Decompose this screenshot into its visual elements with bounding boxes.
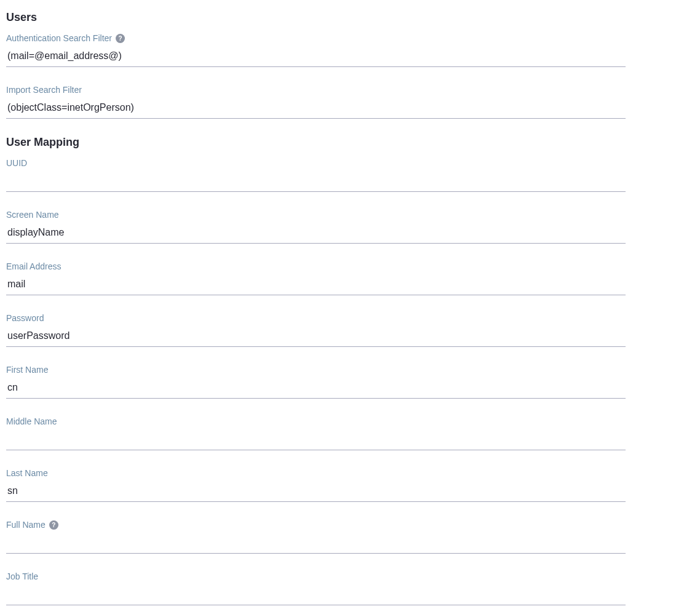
help-icon[interactable]: ? bbox=[49, 520, 58, 530]
last-name-label: Last Name bbox=[6, 468, 48, 478]
screen-name-input[interactable] bbox=[6, 223, 626, 244]
auth-search-filter-label-text: Authentication Search Filter bbox=[6, 33, 112, 43]
auth-search-filter-input[interactable] bbox=[6, 47, 626, 67]
email-address-input[interactable] bbox=[6, 275, 626, 295]
middle-name-label: Middle Name bbox=[6, 416, 57, 426]
uuid-input[interactable] bbox=[6, 172, 626, 192]
auth-search-filter-field: Authentication Search Filter ? bbox=[6, 33, 694, 67]
import-search-filter-label-text: Import Search Filter bbox=[6, 85, 82, 95]
user-mapping-heading: User Mapping bbox=[6, 136, 694, 149]
job-title-field: Job Title bbox=[6, 571, 694, 605]
uuid-field: UUID bbox=[6, 157, 694, 192]
import-search-filter-field: Import Search Filter bbox=[6, 84, 694, 119]
password-field: Password bbox=[6, 312, 694, 347]
help-icon[interactable]: ? bbox=[116, 34, 125, 43]
import-search-filter-input[interactable] bbox=[6, 98, 626, 119]
first-name-field: First Name bbox=[6, 364, 694, 399]
auth-search-filter-label: Authentication Search Filter ? bbox=[6, 33, 125, 43]
screen-name-field: Screen Name bbox=[6, 209, 694, 244]
job-title-input[interactable] bbox=[6, 585, 626, 605]
full-name-field: Full Name ? bbox=[6, 519, 694, 554]
import-search-filter-label: Import Search Filter bbox=[6, 85, 82, 95]
email-address-field: Email Address bbox=[6, 261, 694, 295]
last-name-label-text: Last Name bbox=[6, 468, 48, 478]
email-address-label: Email Address bbox=[6, 261, 61, 271]
uuid-label-text: UUID bbox=[6, 158, 27, 168]
last-name-field: Last Name bbox=[6, 468, 694, 502]
users-heading: Users bbox=[6, 11, 694, 24]
password-label-text: Password bbox=[6, 313, 44, 323]
middle-name-field: Middle Name bbox=[6, 416, 694, 450]
password-input[interactable] bbox=[6, 327, 626, 347]
first-name-label-text: First Name bbox=[6, 365, 48, 375]
job-title-label-text: Job Title bbox=[6, 571, 38, 581]
first-name-input[interactable] bbox=[6, 378, 626, 399]
password-label: Password bbox=[6, 313, 44, 323]
full-name-label: Full Name ? bbox=[6, 520, 58, 530]
full-name-label-text: Full Name bbox=[6, 520, 46, 530]
email-address-label-text: Email Address bbox=[6, 261, 61, 271]
middle-name-label-text: Middle Name bbox=[6, 416, 57, 426]
screen-name-label: Screen Name bbox=[6, 210, 59, 220]
full-name-input[interactable] bbox=[6, 533, 626, 554]
middle-name-input[interactable] bbox=[6, 430, 626, 450]
first-name-label: First Name bbox=[6, 365, 48, 375]
job-title-label: Job Title bbox=[6, 571, 38, 581]
screen-name-label-text: Screen Name bbox=[6, 210, 59, 220]
uuid-label: UUID bbox=[6, 158, 27, 168]
last-name-input[interactable] bbox=[6, 482, 626, 502]
